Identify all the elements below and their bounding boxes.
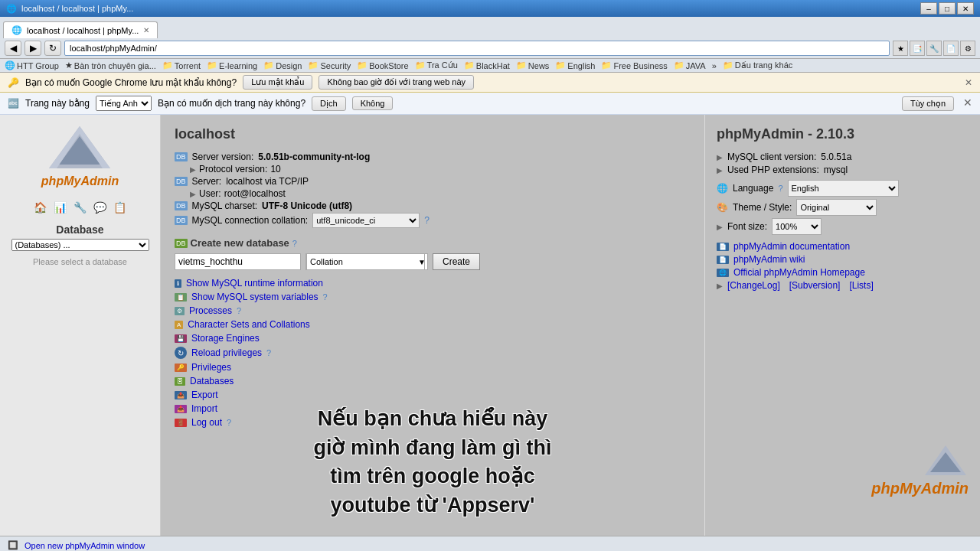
sidebar-database-select[interactable]: (Databases) ... bbox=[11, 239, 149, 251]
bookmark-dautrang[interactable]: 📁 Dấu trang khác bbox=[723, 60, 792, 70]
phpmyadmin-doc-link[interactable]: phpMyAdmin documentation bbox=[733, 241, 850, 252]
language-label: Language bbox=[733, 183, 773, 194]
php-ext-value: mysql bbox=[824, 165, 848, 175]
star-icon[interactable]: ★ bbox=[893, 41, 908, 56]
open-new-window-link[interactable]: Open new phpMyAdmin window bbox=[24, 541, 145, 550]
bookmark-bantron[interactable]: ★ Bàn tròn chuyên gia... bbox=[65, 60, 156, 70]
create-db-help-icon[interactable]: ? bbox=[292, 239, 297, 248]
lang-icon: 🌐 bbox=[717, 183, 728, 194]
translate-close-icon[interactable]: ✕ bbox=[963, 96, 972, 109]
sidebar-home-icon[interactable]: 🏠 bbox=[32, 199, 49, 216]
lists-link[interactable]: [Lists] bbox=[849, 280, 873, 291]
show-mysql-runtime-link[interactable]: Show MySQL runtime information bbox=[186, 278, 323, 289]
sidebar-sql-icon[interactable]: 🔧 bbox=[72, 199, 89, 216]
logout-icon: 🚪 bbox=[175, 419, 187, 427]
storage-icon: 💾 bbox=[175, 334, 187, 343]
sidebar-chart-icon[interactable]: 📊 bbox=[52, 199, 69, 216]
translate-bar-close[interactable]: Tùy chọn ✕ bbox=[902, 96, 972, 111]
never-save-password-button[interactable]: Không bao giờ đối với trang web này bbox=[318, 75, 474, 90]
create-database-button[interactable]: Create bbox=[433, 253, 480, 270]
theme-select[interactable]: Original bbox=[796, 199, 877, 216]
bookmark-htt[interactable]: 🌐 HTT Group bbox=[5, 60, 59, 70]
logout-link[interactable]: Log out bbox=[191, 417, 222, 428]
back-button[interactable]: ◀ bbox=[5, 41, 21, 56]
mysql-vars-help[interactable]: ? bbox=[323, 292, 328, 302]
import-icon: 📥 bbox=[175, 405, 187, 413]
processes-help[interactable]: ? bbox=[237, 306, 241, 315]
title-text: 🌐 localhost / localhost | phpMy... bbox=[6, 4, 133, 14]
bookmark-blackhat[interactable]: 📁 BlackHat bbox=[464, 60, 510, 70]
user-value: root@localhost bbox=[224, 188, 286, 199]
link-reload: ↻ Reload privileges ? bbox=[175, 347, 691, 359]
minimize-button[interactable]: – bbox=[920, 2, 937, 15]
reload-privileges-link[interactable]: Reload privileges bbox=[191, 347, 262, 358]
language-select[interactable]: English bbox=[788, 180, 899, 197]
homepage-link-row: 🌐 Official phpMyAdmin Homepage bbox=[717, 267, 969, 278]
subversion-link[interactable]: [Subversion] bbox=[789, 280, 841, 291]
bookmark-torrent[interactable]: 📁 Torrent bbox=[162, 60, 201, 70]
sidebar-message-icon[interactable]: 💬 bbox=[92, 199, 109, 216]
reload-help[interactable]: ? bbox=[266, 348, 271, 357]
refresh-button[interactable]: ↻ bbox=[44, 41, 61, 56]
database-name-input[interactable] bbox=[175, 253, 301, 270]
language-row: 🌐 Language ? English bbox=[717, 180, 969, 197]
translate-button[interactable]: Dịch bbox=[312, 96, 346, 111]
storage-engines-link[interactable]: Storage Engines bbox=[191, 333, 260, 344]
bookmark-english[interactable]: 📁 English bbox=[555, 60, 595, 70]
bookmark-elearning[interactable]: 📁 E-learning bbox=[207, 60, 257, 70]
link-databases: 🗄 Databases bbox=[175, 376, 691, 386]
phpmyadmin-wiki-link[interactable]: phpMyAdmin wiki bbox=[733, 254, 805, 265]
navigation-bar: ◀ ▶ ↻ ★ 📑 🔧 📄 ⚙ bbox=[0, 38, 980, 59]
options-button[interactable]: Tùy chọn bbox=[902, 96, 954, 111]
import-link[interactable]: Import bbox=[191, 403, 217, 414]
export-link[interactable]: Export bbox=[191, 390, 218, 400]
create-db-inputs: Collation ▼ Create bbox=[175, 253, 691, 270]
create-db-collation-select[interactable]: Collation bbox=[306, 253, 425, 270]
theme-icon: 🎨 bbox=[717, 202, 728, 213]
databases-link[interactable]: Databases bbox=[190, 376, 234, 386]
font-size-arrow: ▶ bbox=[717, 223, 723, 231]
bookmark-security[interactable]: 📁 Security bbox=[308, 60, 351, 70]
maximize-button[interactable]: □ bbox=[939, 2, 956, 15]
right-panel: phpMyAdmin - 2.10.3 ▶ MySQL client versi… bbox=[704, 115, 980, 536]
bookmark-more[interactable]: » bbox=[712, 61, 717, 70]
bookmark-news[interactable]: 📁 News bbox=[516, 60, 550, 70]
browser-tab[interactable]: 🌐 localhost / localhost | phpMy... ✕ bbox=[3, 21, 158, 38]
collation-help-icon[interactable]: ? bbox=[424, 215, 430, 226]
no-translate-button[interactable]: Không bbox=[352, 96, 394, 110]
bookmark-free[interactable]: 📁 Free Business bbox=[601, 60, 667, 70]
server-info-section: DB Server version: 5.0.51b-community-nt-… bbox=[175, 152, 691, 228]
window-controls[interactable]: – □ ✕ bbox=[920, 2, 974, 15]
bookmark-design[interactable]: 📁 Design bbox=[263, 60, 302, 70]
font-size-select[interactable]: 100% bbox=[772, 218, 822, 235]
sidebar-toolbar: 🏠 📊 🔧 💬 📋 bbox=[32, 199, 129, 216]
bookmark-bookstore[interactable]: 📁 BookStore bbox=[357, 60, 408, 70]
bookmark-tracuu[interactable]: 📁 Tra Cứu bbox=[415, 60, 458, 70]
save-password-button[interactable]: Lưu mật khẩu bbox=[243, 75, 312, 90]
collation-select[interactable]: utf8_unicode_ci bbox=[312, 213, 420, 228]
processes-link[interactable]: Processes bbox=[189, 305, 232, 316]
settings-icon[interactable]: ⚙ bbox=[960, 41, 975, 56]
wrench-icon[interactable]: 🔧 bbox=[926, 41, 942, 56]
bookmark-java[interactable]: 📁 JAVA bbox=[674, 60, 706, 70]
character-sets-link[interactable]: Character Sets and Collations bbox=[188, 319, 309, 330]
tab-bar: 🌐 localhost / localhost | phpMy... ✕ bbox=[0, 17, 980, 38]
address-bar[interactable] bbox=[64, 41, 890, 56]
logout-help[interactable]: ? bbox=[227, 418, 231, 427]
changelog-link[interactable]: [ChangeLog] bbox=[727, 280, 780, 291]
bookmark-icon[interactable]: 📑 bbox=[910, 41, 925, 56]
translate-icon: 🔤 bbox=[8, 98, 19, 109]
close-button[interactable]: ✕ bbox=[957, 2, 974, 15]
sidebar-list-icon[interactable]: 📋 bbox=[112, 199, 129, 216]
password-bar-close[interactable]: ✕ bbox=[965, 77, 972, 88]
show-mysql-system-variables-link[interactable]: Show MySQL system variables bbox=[191, 292, 318, 302]
privileges-link[interactable]: Privileges bbox=[191, 362, 231, 373]
phpmyadmin-homepage-link[interactable]: Official phpMyAdmin Homepage bbox=[733, 267, 865, 278]
tab-close-button[interactable]: ✕ bbox=[143, 26, 149, 34]
lang-help-icon[interactable]: ? bbox=[778, 184, 782, 193]
page-icon[interactable]: 📄 bbox=[943, 41, 959, 56]
protocol-label: Protocol version: bbox=[199, 164, 267, 174]
translate-language-select[interactable]: Tiếng Anh bbox=[96, 96, 152, 111]
forward-button[interactable]: ▶ bbox=[24, 41, 41, 56]
database-dropdown[interactable]: (Databases) ... bbox=[11, 239, 149, 251]
